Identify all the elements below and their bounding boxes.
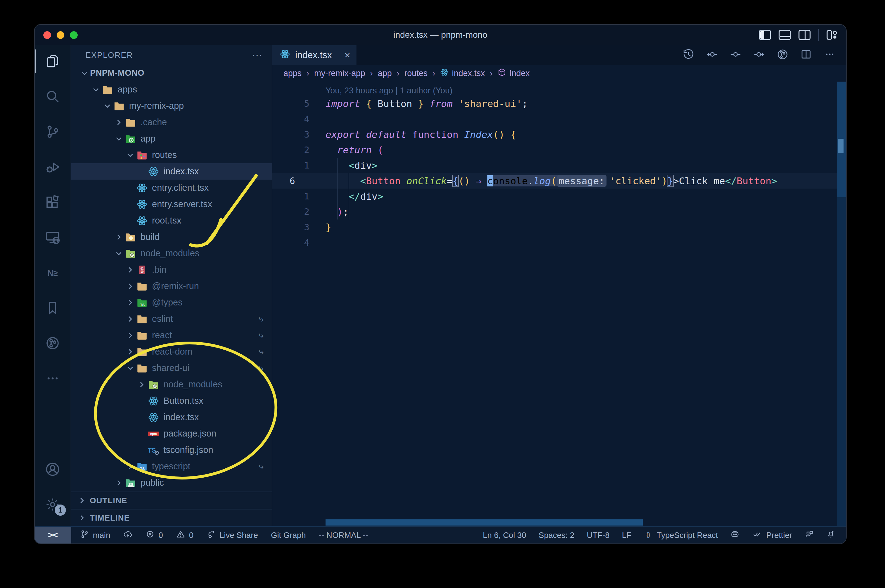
- line-number: 4: [272, 114, 309, 124]
- git-blame-annotation: You, 23 hours ago | 1 author (You): [325, 86, 452, 96]
- tree-item-entry-server-tsx[interactable]: entry.server.tsx: [71, 196, 272, 212]
- tree-item-eslint[interactable]: eslint⤷: [71, 311, 272, 327]
- status-copilot[interactable]: [730, 530, 739, 541]
- tree-item-react[interactable]: react⤷: [71, 327, 272, 344]
- status-live-share[interactable]: Live Share: [206, 530, 258, 541]
- history-icon[interactable]: [683, 48, 694, 62]
- vscode-window: index.tsx — pnpm-mono N≥1 EXPLORER ⋯ PNP…: [34, 24, 847, 544]
- vertical-scrollbar[interactable]: [837, 82, 846, 526]
- status-indentation[interactable]: Spaces: 2: [539, 531, 575, 540]
- tree-item-tsconfig-json[interactable]: TStsconfig.json: [71, 442, 272, 458]
- tree-item-root-tsx[interactable]: root.tsx: [71, 212, 272, 229]
- tree-item-button-tsx[interactable]: Button.tsx: [71, 393, 272, 409]
- tree-item-public[interactable]: public: [71, 474, 272, 491]
- tree-item-build[interactable]: build: [71, 229, 272, 245]
- activity-nx-console-icon[interactable]: N≥: [35, 259, 71, 286]
- commit-back-icon[interactable]: [706, 48, 718, 62]
- symlink-icon: ⤷: [259, 330, 263, 340]
- active-indent-guide: [349, 173, 349, 189]
- breadcrumb-item-my-remix-app[interactable]: my-remix-app: [314, 69, 365, 78]
- tree-item-react-dom[interactable]: react-dom⤷: [71, 344, 272, 360]
- react-icon: [147, 412, 160, 423]
- activity-search-icon[interactable]: [35, 83, 71, 110]
- status-publish[interactable]: [123, 530, 132, 541]
- status-feedback[interactable]: [805, 530, 814, 541]
- chevron-right-icon: [124, 298, 136, 307]
- tree-item--remix-run[interactable]: @remix-run: [71, 278, 272, 294]
- activity-extensions-icon[interactable]: [35, 189, 71, 216]
- activity-settings-icon[interactable]: 1: [35, 491, 71, 518]
- status-vim-mode[interactable]: -- NORMAL --: [319, 531, 368, 540]
- tree-item-node-modules[interactable]: JSnode_modules: [71, 376, 272, 393]
- breadcrumb-item-index-tsx[interactable]: index.tsx: [440, 68, 485, 79]
- tree-item-index-tsx[interactable]: index.tsx: [71, 409, 272, 425]
- commit-icon[interactable]: [730, 48, 741, 62]
- status-eol[interactable]: LF: [622, 531, 631, 540]
- activity-more-icon[interactable]: [35, 365, 71, 392]
- status-warnings[interactable]: 0: [176, 530, 193, 541]
- status-git-branch[interactable]: main: [80, 530, 110, 541]
- svg-text:01: 01: [140, 267, 144, 270]
- overview-ruler-cursor-marker: [838, 139, 844, 153]
- status-language-mode[interactable]: {}TypeScript React: [644, 530, 718, 541]
- chevron-right-icon: [124, 462, 136, 471]
- status-cursor-position[interactable]: Ln 6, Col 30: [483, 531, 526, 540]
- tree-item-my-remix-app[interactable]: my-remix-app: [71, 98, 272, 114]
- activity-remote-explorer-icon[interactable]: [35, 224, 71, 251]
- code-line-current: 6 <Button onClick={() ⇒ console.log(mess…: [272, 173, 837, 189]
- horizontal-scrollbar[interactable]: [325, 519, 643, 525]
- activity-explorer-icon[interactable]: [35, 48, 71, 75]
- tree-item-package-json[interactable]: npmpackage.json: [71, 425, 272, 442]
- remote-indicator[interactable]: ><: [35, 527, 71, 543]
- commit-forward-icon[interactable]: [753, 48, 765, 62]
- tree-item-app[interactable]: app: [71, 130, 272, 147]
- toggle-sidebar-icon[interactable]: [759, 30, 771, 40]
- tree-item-index-tsx[interactable]: index.tsx: [71, 163, 272, 180]
- tree-item--types[interactable]: TS@types: [71, 294, 272, 311]
- tree-item--cache[interactable]: .cache: [71, 114, 272, 130]
- tree-item--bin[interactable]: 0110.bin: [71, 261, 272, 278]
- customize-layout-icon[interactable]: [826, 29, 838, 40]
- timeline-section[interactable]: TIMELINE: [71, 509, 272, 526]
- outline-section[interactable]: OUTLINE: [71, 492, 272, 509]
- gitlens-graph-icon[interactable]: [777, 48, 789, 62]
- chevron-right-icon: [113, 118, 124, 127]
- tree-item-routes[interactable]: routes: [71, 147, 272, 163]
- status-git-graph[interactable]: Git Graph: [271, 531, 306, 540]
- tree-item-shared-ui[interactable]: shared-ui⤷: [71, 360, 272, 376]
- status-prettier[interactable]: Prettier: [752, 530, 792, 541]
- chevron-right-icon: [113, 478, 124, 488]
- breadcrumb-item-app[interactable]: app: [378, 69, 392, 78]
- tree-item-node-modules[interactable]: JSnode_modules: [71, 245, 272, 261]
- split-editor-icon[interactable]: [800, 48, 812, 62]
- toggle-secondary-sidebar-icon[interactable]: [798, 30, 811, 40]
- activity-bookmarks-icon[interactable]: [35, 294, 71, 321]
- breadcrumb-item-index[interactable]: Index: [498, 68, 530, 79]
- close-tab-icon[interactable]: ×: [345, 50, 350, 61]
- status-encoding[interactable]: UTF-8: [587, 531, 610, 540]
- explorer-more-actions-icon[interactable]: ⋯: [252, 49, 263, 61]
- status-errors[interactable]: 0: [146, 530, 163, 541]
- tree-item-entry-client-tsx[interactable]: entry.client.tsx: [71, 180, 272, 196]
- react-icon: [147, 395, 160, 406]
- tree-item-typescript[interactable]: TStypescript⤷: [71, 458, 272, 474]
- folder-build-icon: [124, 232, 137, 242]
- activity-run-debug-icon[interactable]: [35, 153, 71, 180]
- activity-accounts-icon[interactable]: [35, 456, 71, 483]
- breadcrumb-separator: ›: [397, 69, 399, 78]
- toggle-panel-icon[interactable]: [778, 30, 791, 40]
- tab-index-tsx[interactable]: index.tsx ×: [272, 45, 357, 65]
- code-line: 2 return (: [272, 142, 837, 158]
- error-icon: [146, 530, 155, 541]
- tab-label: index.tsx: [295, 50, 332, 60]
- more-actions-icon[interactable]: [824, 48, 835, 62]
- code-editor[interactable]: You, 23 hours ago | 1 author (You) 5impo…: [272, 82, 846, 526]
- tree-item-apps[interactable]: apps: [71, 81, 272, 98]
- breadcrumb-item-apps[interactable]: apps: [283, 69, 302, 78]
- activity-gitlens-icon[interactable]: [35, 330, 71, 357]
- status-notifications[interactable]: [826, 530, 835, 541]
- folder-routes-icon: [136, 150, 148, 160]
- breadcrumb-item-routes[interactable]: routes: [405, 69, 427, 78]
- activity-source-control-icon[interactable]: [35, 118, 71, 145]
- tree-root-folder[interactable]: PNPM-MONO: [71, 65, 272, 81]
